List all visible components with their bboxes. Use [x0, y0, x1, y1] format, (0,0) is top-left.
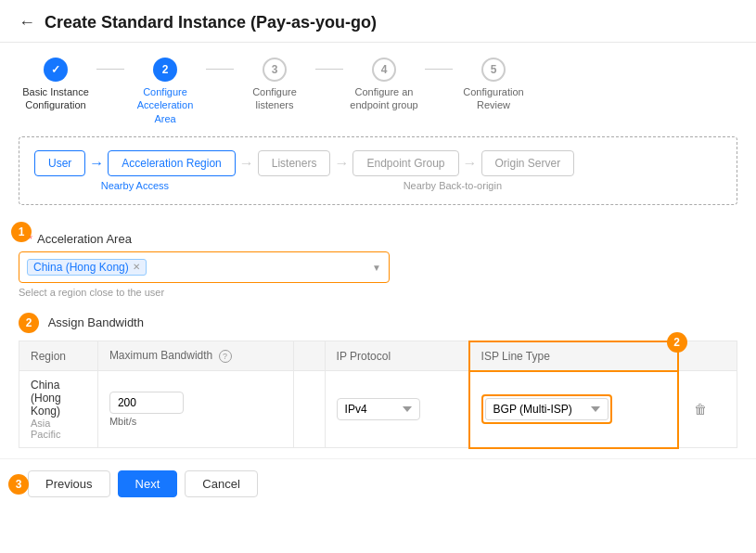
acceleration-area-input[interactable]: China (Hong Kong) ✕ ▼ — [19, 251, 390, 283]
step-3-number: 3 — [272, 63, 278, 76]
nearby-access-label: Nearby Access — [101, 180, 169, 191]
isp-select-wrapper: BGP (Multi-ISP) BGP Premium BGP Internat… — [481, 394, 612, 424]
region-line2: (Hong — [31, 392, 86, 405]
cell-delete[interactable]: 🗑 — [678, 371, 737, 448]
step-2-number: 2 — [162, 63, 169, 76]
step-5-number: 5 — [491, 63, 497, 76]
step-5-label: Configuration Review — [456, 85, 531, 112]
flow-endpoint-group-box: Endpoint Group — [352, 150, 458, 176]
isp-line-type-select[interactable]: BGP (Multi-ISP) BGP Premium BGP Internat… — [485, 398, 609, 420]
step-5-circle: 5 — [481, 58, 506, 82]
badge-3: 3 — [8, 474, 29, 495]
selected-region-tag: China (Hong Kong) ✕ — [27, 259, 147, 276]
badge-2: 2 — [19, 313, 39, 333]
step-3-circle: 3 — [263, 58, 287, 82]
mbit-label: Mbit/s — [109, 416, 282, 427]
table-row: China (Hong Kong) Asia Pacific Mbit/s IP… — [19, 371, 737, 448]
step-connector-4-5 — [425, 58, 453, 70]
tag-remove-button[interactable]: ✕ — [133, 262, 140, 272]
back-button[interactable]: ← — [19, 13, 35, 32]
step-connector-1-2 — [96, 58, 124, 70]
flow-left-boxes: User → Acceleration Region — [34, 150, 236, 176]
col-header-region: Region — [19, 341, 98, 371]
step-4-label: Configure an endpoint group — [347, 85, 421, 112]
col-header-ip-protocol: IP Protocol — [325, 341, 469, 371]
flow-origin-server-box: Origin Server — [481, 150, 575, 176]
flow-arrow-4: → — [463, 155, 478, 172]
cancel-button[interactable]: Cancel — [185, 470, 257, 497]
col-header-max-bandwidth: Maximum Bandwidth ? — [97, 341, 293, 371]
dropdown-arrow-icon: ▼ — [372, 262, 381, 272]
flow-right-section: → Endpoint Group → Origin Server Nearby … — [330, 150, 574, 191]
bandwidth-info-icon[interactable]: ? — [219, 350, 232, 363]
content-area: User → Acceleration Region Nearby Access… — [0, 136, 756, 449]
step-2-circle: 2 — [153, 58, 177, 82]
step-2-label: Configure Acceleration Area — [128, 85, 202, 125]
bandwidth-input[interactable] — [109, 392, 184, 414]
step-1-circle: ✓ — [44, 58, 68, 82]
stepper: ✓ Basic Instance Configuration 2 Configu… — [0, 43, 756, 136]
step-3: 3 Configure listeners — [237, 58, 312, 112]
delete-row-icon[interactable]: 🗑 — [690, 402, 711, 417]
region-line5: Pacific — [31, 429, 86, 440]
step-3-label: Configure listeners — [237, 85, 312, 112]
ip-protocol-select[interactable]: IPv4 IPv6 IPv4/IPv6 — [337, 398, 420, 420]
flow-middle: → Listeners — [236, 150, 331, 176]
page-title: Create Standard Instance (Pay-as-you-go) — [45, 13, 377, 32]
step-4-circle: 4 — [372, 58, 396, 82]
assign-bandwidth-section: 2 Assign Bandwidth Region Maximum Bandwi… — [19, 313, 737, 449]
flow-arrow-2: → — [239, 155, 254, 172]
step-connector-3-4 — [315, 58, 343, 70]
step-1: ✓ Basic Instance Configuration — [19, 58, 93, 112]
step-1-label: Basic Instance Configuration — [19, 85, 93, 112]
flow-left-section: User → Acceleration Region Nearby Access — [34, 150, 236, 191]
col-header-isp-line-type: ISP Line Type 2 — [469, 341, 678, 371]
col-header-empty — [293, 341, 325, 371]
cell-isp[interactable]: BGP (Multi-ISP) BGP Premium BGP Internat… — [469, 371, 678, 448]
bandwidth-table: Region Maximum Bandwidth ? IP Protocol I… — [19, 341, 737, 449]
cell-bandwidth[interactable]: Mbit/s — [97, 371, 293, 448]
badge-2-table: 2 — [667, 332, 687, 353]
next-button[interactable]: Next — [118, 470, 178, 497]
cell-empty — [293, 371, 325, 448]
region-line3: Kong) — [31, 405, 86, 418]
step-4: 4 Configure an endpoint group — [347, 58, 421, 112]
cell-ip-protocol[interactable]: IPv4 IPv6 IPv4/IPv6 — [325, 371, 469, 448]
acceleration-area-section: 1 * Acceleration Area China (Hong Kong) … — [19, 218, 737, 298]
flow-arrow-1: → — [89, 155, 104, 172]
region-line4: Asia — [31, 418, 86, 429]
flow-acceleration-region-box: Acceleration Region — [108, 150, 235, 176]
footer-buttons: 3 Previous Next Cancel — [0, 458, 756, 508]
step-connector-2-3 — [206, 58, 234, 70]
flow-right-boxes: → Endpoint Group → Origin Server — [330, 150, 574, 176]
flow-diagram: User → Acceleration Region Nearby Access… — [19, 136, 737, 205]
previous-button[interactable]: Previous — [28, 470, 110, 497]
selected-region-tag-text: China (Hong Kong) — [33, 261, 129, 274]
page-header: ← Create Standard Instance (Pay-as-you-g… — [0, 0, 756, 43]
step-5: 5 Configuration Review — [456, 58, 531, 112]
flow-arrow-3: → — [334, 155, 349, 172]
nearby-back-label: Nearby Back-to-origin — [330, 180, 574, 191]
flow-listeners-box: Listeners — [258, 150, 331, 176]
badge-1: 1 — [11, 222, 32, 242]
cell-region: China (Hong Kong) Asia Pacific — [19, 371, 98, 448]
step-1-check-icon: ✓ — [51, 63, 60, 76]
step-2: 2 Configure Acceleration Area — [128, 58, 202, 125]
region-line1: China — [31, 379, 86, 392]
acceleration-area-label: * Acceleration Area — [28, 232, 737, 246]
flow-user-box: User — [34, 150, 85, 176]
region-hint: Select a region close to the user — [19, 287, 737, 298]
assign-bandwidth-label: Assign Bandwidth — [48, 315, 144, 329]
step-4-number: 4 — [381, 63, 388, 76]
